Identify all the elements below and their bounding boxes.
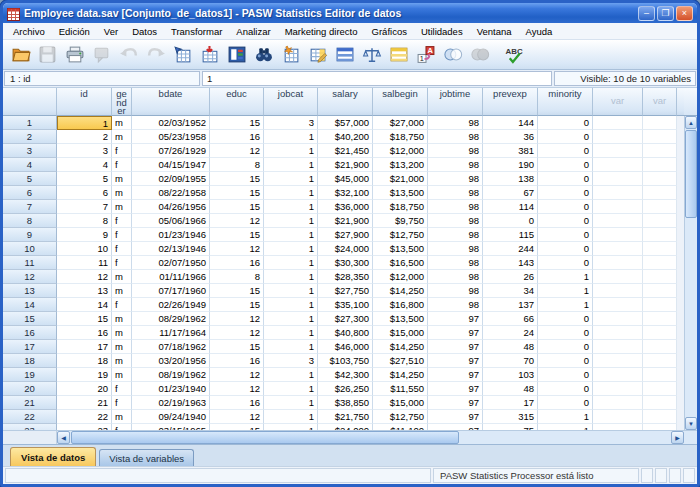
cell[interactable]: [593, 256, 643, 270]
cell[interactable]: 1: [264, 410, 318, 424]
cell[interactable]: $15,000: [373, 396, 428, 410]
cell[interactable]: 15: [57, 312, 112, 326]
column-header-jobcat[interactable]: jobcat: [264, 88, 318, 116]
tab-vista-de-variables[interactable]: Vista de variables: [99, 449, 194, 466]
cell[interactable]: [643, 284, 677, 298]
column-header-prevexp[interactable]: prevexp: [483, 88, 538, 116]
cell[interactable]: 9: [57, 228, 112, 242]
cell[interactable]: 1: [264, 396, 318, 410]
grid-corner[interactable]: [3, 88, 57, 116]
cell[interactable]: 16: [210, 256, 264, 270]
cell[interactable]: 02/09/1955: [132, 172, 210, 186]
cell[interactable]: m: [112, 340, 132, 354]
cell[interactable]: 05/06/1966: [132, 214, 210, 228]
vertical-scroll-thumb[interactable]: [685, 130, 697, 218]
cell[interactable]: m: [112, 410, 132, 424]
cell[interactable]: 0: [538, 354, 593, 368]
cell[interactable]: $38,850: [318, 396, 373, 410]
minimize-button[interactable]: –: [638, 6, 655, 21]
cell[interactable]: 7: [57, 200, 112, 214]
cell[interactable]: 4: [57, 158, 112, 172]
cell[interactable]: 12: [210, 214, 264, 228]
cell[interactable]: 1: [264, 270, 318, 284]
cell[interactable]: 0: [538, 382, 593, 396]
cell[interactable]: 01/23/1940: [132, 382, 210, 396]
cell[interactable]: 144: [483, 116, 538, 130]
cell[interactable]: 12: [210, 368, 264, 382]
row-header[interactable]: 7: [3, 200, 57, 214]
cell[interactable]: $11,550: [373, 382, 428, 396]
cell[interactable]: 16: [57, 326, 112, 340]
cell[interactable]: 21: [57, 396, 112, 410]
row-header[interactable]: 11: [3, 256, 57, 270]
cell[interactable]: 315: [483, 410, 538, 424]
column-header-var-1[interactable]: var: [593, 88, 643, 116]
cell[interactable]: 8: [210, 270, 264, 284]
cell[interactable]: 98: [428, 242, 483, 256]
cell[interactable]: 08/29/1962: [132, 312, 210, 326]
toolbar-open-data-button[interactable]: [8, 42, 34, 67]
cell[interactable]: $21,750: [318, 410, 373, 424]
cell[interactable]: 98: [428, 158, 483, 172]
cell[interactable]: [643, 130, 677, 144]
cell[interactable]: [643, 158, 677, 172]
cell[interactable]: 98: [428, 298, 483, 312]
cell[interactable]: f: [112, 144, 132, 158]
cell[interactable]: 15: [210, 200, 264, 214]
cell[interactable]: 70: [483, 354, 538, 368]
cell[interactable]: [643, 242, 677, 256]
cell[interactable]: [643, 312, 677, 326]
toolbar-select-cases-button[interactable]: [386, 42, 412, 67]
cell[interactable]: [593, 326, 643, 340]
cell[interactable]: 0: [538, 130, 593, 144]
cell[interactable]: 48: [483, 340, 538, 354]
cell[interactable]: m: [112, 270, 132, 284]
cell[interactable]: [643, 116, 677, 130]
cell[interactable]: 17: [483, 396, 538, 410]
cell[interactable]: 07/18/1962: [132, 340, 210, 354]
cell[interactable]: 97: [428, 410, 483, 424]
cell[interactable]: 98: [428, 130, 483, 144]
cell[interactable]: [593, 340, 643, 354]
cell[interactable]: 19: [57, 368, 112, 382]
cell[interactable]: 8: [57, 214, 112, 228]
cell[interactable]: 0: [538, 214, 593, 228]
cell[interactable]: $21,000: [373, 172, 428, 186]
cell[interactable]: [593, 354, 643, 368]
cell[interactable]: 137: [483, 298, 538, 312]
cell[interactable]: 98: [428, 116, 483, 130]
cell[interactable]: [643, 256, 677, 270]
cell[interactable]: 1: [264, 172, 318, 186]
cell[interactable]: [593, 368, 643, 382]
cell[interactable]: 17: [57, 340, 112, 354]
cell[interactable]: 22: [57, 410, 112, 424]
cell[interactable]: $21,900: [318, 158, 373, 172]
scroll-down-button[interactable]: ▼: [685, 417, 697, 430]
cell[interactable]: 13: [57, 284, 112, 298]
cell[interactable]: [593, 410, 643, 424]
cell[interactable]: [643, 354, 677, 368]
cell[interactable]: 98: [428, 228, 483, 242]
row-header[interactable]: 16: [3, 326, 57, 340]
cell[interactable]: 1: [538, 410, 593, 424]
cell[interactable]: 02/13/1946: [132, 242, 210, 256]
row-header[interactable]: 22: [3, 410, 57, 424]
cell[interactable]: 15: [210, 228, 264, 242]
cell[interactable]: 0: [483, 214, 538, 228]
column-header-jobtime[interactable]: jobtime: [428, 88, 483, 116]
cell[interactable]: 0: [538, 186, 593, 200]
cell[interactable]: $15,000: [373, 326, 428, 340]
toolbar-print-button[interactable]: [62, 42, 88, 67]
cell[interactable]: $13,200: [373, 158, 428, 172]
cell[interactable]: 0: [538, 396, 593, 410]
cell[interactable]: [643, 144, 677, 158]
cell[interactable]: 97: [428, 382, 483, 396]
cell[interactable]: 0: [538, 326, 593, 340]
cell[interactable]: 1: [264, 340, 318, 354]
cell[interactable]: $40,200: [318, 130, 373, 144]
cell[interactable]: 1: [264, 130, 318, 144]
cell[interactable]: 01/23/1946: [132, 228, 210, 242]
cell[interactable]: [643, 410, 677, 424]
tab-vista-de-datos[interactable]: Vista de datos: [10, 447, 96, 466]
cell[interactable]: 3: [57, 144, 112, 158]
